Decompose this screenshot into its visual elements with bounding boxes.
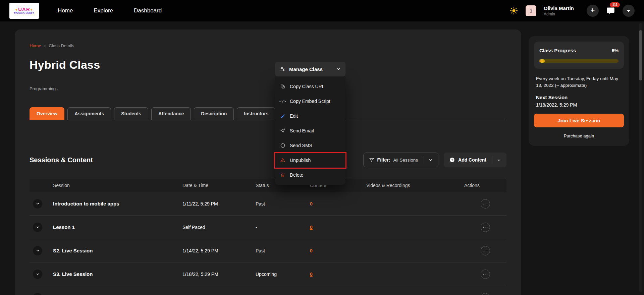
- content-count-link[interactable]: 0: [310, 201, 313, 206]
- add-button[interactable]: +: [587, 5, 599, 17]
- filter-button[interactable]: Filter: All Sessions: [363, 153, 438, 167]
- nav-link-dashboard[interactable]: Dashboard: [134, 7, 162, 14]
- menu-item-label: Copy Embed Script: [290, 99, 330, 104]
- column-actions: Actions: [462, 183, 506, 188]
- chevron-down-icon: [36, 225, 40, 229]
- manage-class-label: Manage Class: [289, 66, 323, 72]
- tab-description[interactable]: Description: [194, 107, 234, 120]
- tab-students[interactable]: Students: [114, 107, 148, 120]
- nav-link-home[interactable]: Home: [58, 7, 73, 14]
- tab-overview[interactable]: Overview: [30, 107, 64, 120]
- progress-header: Class Progress 6%: [534, 42, 624, 69]
- menu-item-send-sms[interactable]: Send SMS: [275, 138, 345, 153]
- sliders-icon: [280, 66, 286, 72]
- row-actions-button[interactable]: ···: [481, 199, 490, 209]
- expand-row-button[interactable]: [33, 246, 42, 255]
- session-datetime: Self Paced: [180, 225, 254, 230]
- caret-down-icon: [627, 10, 631, 12]
- table-row: Introduction to mobile apps 1/11/22, 5:2…: [30, 192, 506, 216]
- chevron-down-icon: [428, 158, 433, 162]
- nav-link-explore[interactable]: Explore: [94, 7, 113, 14]
- breadcrumb-home[interactable]: Home: [30, 43, 41, 48]
- progress-percent: 6%: [612, 48, 619, 53]
- class-progress-fill: [539, 59, 545, 63]
- next-session-label: Next Session: [536, 95, 622, 100]
- menu-item-copy-class-url[interactable]: Copy Class URL: [275, 79, 345, 94]
- content-count-link[interactable]: 0: [310, 272, 313, 277]
- sms-bubble-icon: [280, 143, 286, 148]
- menu-item-send-email[interactable]: Send Email: [275, 123, 345, 138]
- messages-button[interactable]: 111: [606, 6, 615, 15]
- expand-row-button[interactable]: [33, 199, 42, 209]
- session-name: S2. Live Session: [51, 248, 180, 253]
- session-status: Upcoming: [254, 272, 308, 277]
- session-datetime: 1/11/22, 5:29 PM: [180, 201, 254, 206]
- divider: [492, 156, 492, 164]
- progress-title: Class Progress: [539, 48, 576, 53]
- content-count-link[interactable]: 0: [310, 225, 313, 230]
- expand-row-button[interactable]: [33, 270, 42, 279]
- tab-attendance[interactable]: Attendance: [151, 107, 191, 120]
- manage-class-button[interactable]: Manage Class: [275, 62, 345, 76]
- menu-item-label: Copy Class URL: [290, 84, 324, 89]
- breadcrumb-current: Class Details: [49, 43, 74, 48]
- navbar-right: 3 Olivia Martin Admin + 111: [509, 5, 635, 17]
- warning-icon: [280, 158, 286, 163]
- content-count-link[interactable]: 0: [310, 248, 313, 253]
- sessions-section-header: Sessions & Content Filter: All Sessions: [30, 153, 506, 167]
- filter-label: Filter:: [377, 157, 390, 163]
- plus-circle-icon: [449, 157, 455, 163]
- logo-subtitle: TECHNOLOGIES: [14, 12, 35, 15]
- table-row: S3. Live Session 1/18/22, 5:29 PM Upcomi…: [30, 262, 506, 286]
- scrollbar-track: [639, 23, 642, 292]
- sun-icon[interactable]: [509, 6, 518, 15]
- logo-title: ✦UAR✦: [15, 7, 33, 12]
- row-actions-button[interactable]: ···: [481, 270, 490, 279]
- trash-icon: [280, 172, 286, 178]
- add-content-button[interactable]: Add Content: [444, 153, 506, 167]
- class-tabs: Overview Assignments Students Attendance…: [30, 107, 506, 120]
- expand-row-button[interactable]: [33, 293, 42, 295]
- join-live-session-button[interactable]: Join Live Session: [534, 114, 624, 127]
- table-header: Session Date & Time Status Content Video…: [30, 179, 506, 192]
- chevron-down-icon: [36, 248, 40, 253]
- menu-item-unpublish[interactable]: Unpublish: [275, 153, 345, 168]
- filter-value: All Sessions: [393, 158, 418, 163]
- column-videos: Videos & Recordings: [364, 183, 462, 188]
- navbar-menu-button[interactable]: [623, 5, 635, 17]
- expand-row-button[interactable]: [33, 223, 42, 232]
- table-row: Lesson 1 Self Paced - 0 ···: [30, 216, 506, 239]
- row-actions-button[interactable]: ···: [481, 246, 490, 255]
- user-role: Admin: [544, 12, 574, 16]
- menu-item-copy-embed-script[interactable]: </> Copy Embed Script: [275, 94, 345, 109]
- tab-assignments[interactable]: Assignments: [67, 107, 111, 120]
- chevron-down-icon: [497, 158, 501, 162]
- user-block[interactable]: Olivia Martin Admin: [544, 5, 574, 16]
- sessions-table: Session Date & Time Status Content Video…: [30, 179, 506, 295]
- row-actions-button[interactable]: ···: [481, 223, 490, 232]
- avatar[interactable]: 3: [526, 5, 536, 16]
- star-icon: ✦: [15, 8, 18, 12]
- session-datetime: 1/18/22, 5:29 PM: [180, 272, 254, 277]
- session-name: S3. Live Session: [51, 271, 180, 277]
- session-name: Introduction to mobile apps: [51, 201, 180, 206]
- menu-item-delete[interactable]: Delete: [275, 168, 345, 182]
- tab-instructors[interactable]: Instructors: [237, 107, 275, 120]
- purchase-again-link[interactable]: Purchase again: [534, 133, 624, 138]
- page-title: Hybrid Class: [30, 58, 506, 71]
- column-session: Session: [51, 183, 180, 188]
- code-icon: </>: [280, 99, 286, 104]
- class-progress-card: Class Progress 6% Every week on Tuesday,…: [529, 36, 629, 146]
- breadcrumb-separator-icon: ›: [44, 43, 46, 48]
- nav-links: Home Explore Dashboard: [58, 7, 162, 14]
- scrollbar-thumb[interactable]: [639, 30, 642, 80]
- row-actions-button[interactable]: ···: [481, 293, 490, 295]
- session-name: Lesson 1: [51, 224, 180, 230]
- table-row: S2. Live Session 1/14/22, 5:29 PM Past 0…: [30, 239, 506, 262]
- menu-item-edit[interactable]: Edit: [275, 109, 345, 123]
- uar-logo[interactable]: ✦UAR✦ TECHNOLOGIES: [9, 3, 39, 19]
- next-session-value: 1/18/2022, 5:29 PM: [536, 102, 622, 108]
- chevron-down-icon: [36, 201, 40, 206]
- messages-badge: 111: [610, 2, 620, 7]
- session-status: -: [254, 225, 308, 230]
